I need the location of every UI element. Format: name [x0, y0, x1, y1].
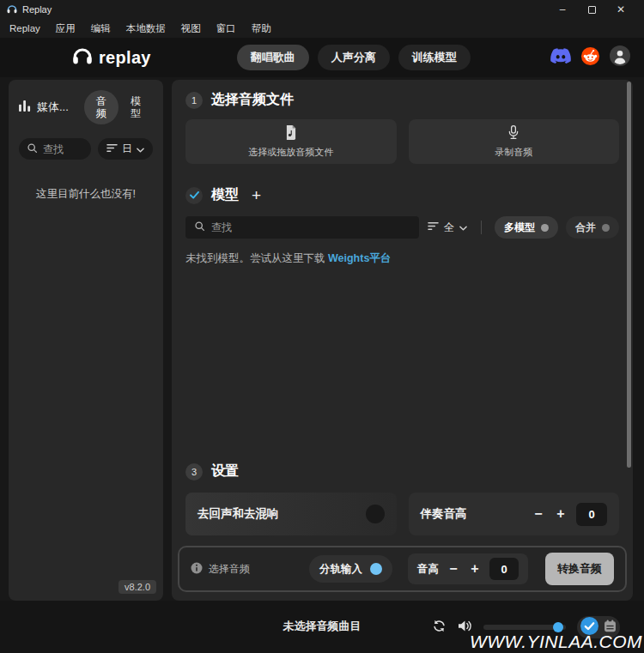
step1-header: 1 选择音频文件: [185, 91, 619, 109]
deecho-setting-card[interactable]: 去回声和去混响: [185, 493, 397, 535]
toggle-dot: [602, 224, 610, 232]
tab-cover-song[interactable]: 翻唱歌曲: [237, 45, 309, 70]
choose-audio-file-button[interactable]: 选择或拖放音频文件: [185, 119, 397, 164]
step1-title: 选择音频文件: [211, 91, 294, 109]
weights-link[interactable]: Weights平台: [328, 252, 391, 264]
model-filter-label: 全: [444, 221, 455, 235]
action-bar: 选择音频 分轨输入 音高 − + 0 转换音频: [178, 546, 627, 592]
menu-bar: Replay 应用 编辑 本地数据 视图 窗口 帮助: [0, 19, 644, 38]
step2-title: 模型: [211, 186, 239, 204]
step3-header: 3 设置: [185, 463, 619, 481]
pitch-group: 音高 − + 0: [408, 553, 528, 584]
sidebar-sort-dropdown[interactable]: 日: [98, 138, 153, 160]
app-icon: [7, 2, 17, 17]
app-header: replay 翻唱歌曲 人声分离 训练模型: [0, 38, 644, 77]
deecho-toggle[interactable]: [366, 505, 385, 523]
menu-edit[interactable]: 编辑: [83, 19, 118, 38]
main-tabs: 翻唱歌曲 人声分离 训练模型: [237, 45, 471, 70]
divider: [481, 221, 482, 234]
convert-audio-button[interactable]: 转换音频: [545, 553, 614, 585]
sort-icon: [428, 221, 439, 233]
step2-check-icon: [185, 187, 203, 204]
model-filter-dropdown[interactable]: 全: [419, 221, 477, 235]
multi-model-toggle[interactable]: 多模型: [495, 216, 558, 239]
logo-text: replay: [99, 48, 151, 68]
close-button[interactable]: ✕: [606, 0, 635, 19]
step1-number-badge: 1: [185, 92, 203, 109]
toggle-dot: [541, 224, 549, 232]
model-search[interactable]: [185, 216, 419, 239]
accompaniment-pitch-card: 伴奏音高 − + 0: [409, 493, 620, 535]
sort-label: 日: [122, 142, 132, 156]
app-logo: replay: [72, 47, 151, 68]
chevron-down-icon: [459, 221, 467, 233]
loop-icon[interactable]: [432, 620, 447, 636]
chevron-down-icon: [137, 143, 144, 155]
tab-vocal-separation[interactable]: 人声分离: [318, 45, 390, 70]
menu-replay[interactable]: Replay: [2, 19, 48, 38]
info-icon: [191, 562, 203, 577]
music-file-icon: [285, 125, 297, 143]
media-label: 媒体...: [37, 100, 69, 115]
menu-window[interactable]: 窗口: [209, 19, 244, 38]
step2-header: 模型 +: [185, 186, 619, 204]
sort-icon: [106, 143, 118, 155]
accompaniment-pitch-value[interactable]: 0: [576, 503, 607, 526]
window-title: Replay: [22, 4, 52, 15]
toggle-dot: [370, 563, 382, 575]
tab-train-model[interactable]: 训练模型: [398, 45, 471, 70]
sidebar-search-input[interactable]: [43, 143, 83, 155]
content-area: 媒体... 音频 模型 日 这里目前什: [9, 80, 633, 601]
split-input-toggle[interactable]: 分轨输入: [309, 555, 392, 583]
pitch-value[interactable]: 0: [489, 558, 519, 580]
track-label: 未选择音频曲目: [283, 619, 361, 634]
pitch-plus-button[interactable]: +: [468, 561, 482, 577]
microphone-icon: [507, 125, 519, 143]
model-search-input[interactable]: [211, 221, 410, 233]
search-icon: [194, 220, 205, 235]
search-icon: [27, 142, 38, 157]
step3-title: 设置: [211, 463, 239, 481]
version-badge: v8.2.0: [118, 580, 156, 594]
step3-number-badge: 3: [185, 463, 203, 481]
pitch-minus-button[interactable]: −: [447, 561, 460, 577]
sidebar-empty-text: 这里目前什么也没有!: [19, 187, 153, 202]
record-audio-button[interactable]: 录制音频: [409, 119, 620, 164]
merge-toggle[interactable]: 合并: [566, 216, 619, 239]
maximize-icon: [588, 6, 596, 14]
sidebar: 媒体... 音频 模型 日 这里目前什: [9, 80, 163, 601]
pitch-plus-button[interactable]: +: [554, 506, 568, 522]
main-panel: 1 选择音频文件 选择或拖放音频文件 录制音频 模型 +: [172, 80, 633, 601]
volume-slider[interactable]: [483, 625, 566, 630]
discord-icon[interactable]: [550, 48, 571, 67]
menu-app[interactable]: 应用: [48, 19, 83, 38]
user-avatar[interactable]: [610, 45, 630, 70]
pitch-minus-button[interactable]: −: [532, 506, 545, 522]
maximize-button[interactable]: [577, 0, 606, 19]
model-empty-text: 未找到模型。尝试从这里下载 Weights平台: [185, 251, 619, 266]
sidebar-toggle-audio[interactable]: 音频: [84, 90, 118, 124]
menu-help[interactable]: 帮助: [244, 19, 279, 38]
title-bar: Replay – ✕: [0, 0, 644, 19]
minimize-icon: –: [560, 3, 566, 15]
media-bars-icon: [19, 100, 32, 115]
select-audio-hint: 选择音频: [191, 562, 250, 577]
menu-view[interactable]: 视图: [173, 19, 209, 38]
add-model-button[interactable]: +: [252, 187, 261, 203]
reddit-icon[interactable]: [580, 46, 600, 70]
watermark: WWW.YINLAA.COM: [470, 632, 642, 652]
close-icon: ✕: [617, 3, 625, 15]
sidebar-toggle-model[interactable]: 模型: [118, 90, 153, 124]
sidebar-search[interactable]: [19, 138, 91, 160]
minimize-button[interactable]: –: [548, 0, 577, 19]
menu-local-data[interactable]: 本地数据: [118, 19, 173, 38]
scrollbar[interactable]: [627, 82, 631, 468]
headphones-icon: [72, 47, 93, 68]
